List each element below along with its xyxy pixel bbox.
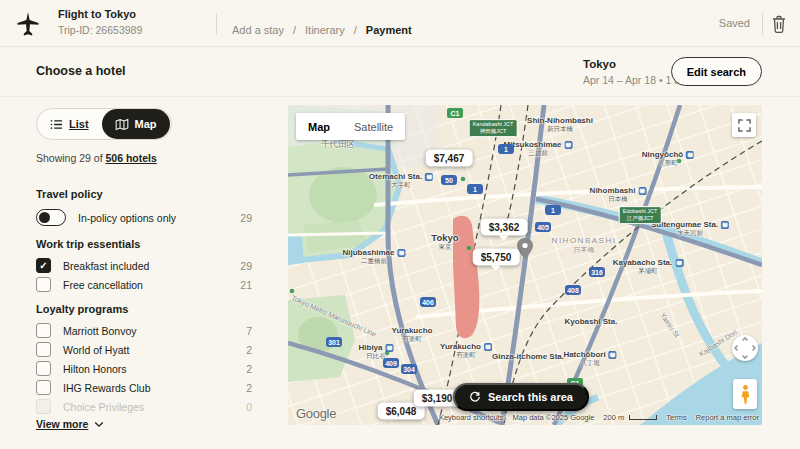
checkbox[interactable] (36, 380, 51, 395)
filter-label: IHG Rewards Club (63, 382, 151, 394)
loyalty-heading: Loyalty programs (36, 303, 128, 315)
list-view-button[interactable]: List (37, 109, 102, 139)
map-view-label: Map (135, 118, 157, 130)
travel-policy-heading: Travel policy (36, 188, 103, 200)
breadcrumb-separator: / (354, 24, 357, 36)
airplane-icon (14, 10, 42, 38)
filter-count: 0 (246, 401, 252, 413)
trip-id: Trip-ID: 26653989 (58, 24, 142, 36)
results-summary: Showing 29 of 506 hotels (36, 152, 157, 164)
scale-text: 200 m (603, 413, 624, 422)
map-container: Chiyoda City千代田区Otemachi Sta.M大手町Shin-Ni… (288, 105, 762, 425)
checkbox (36, 399, 51, 414)
edit-search-button[interactable]: Edit search (671, 57, 762, 86)
divider (216, 13, 217, 35)
hotel-search-page: Flight to Tokyo Trip-ID: 26653989 Add a … (0, 0, 800, 449)
google-logo: Google (296, 406, 336, 421)
search-this-area-label: Search this area (488, 391, 573, 403)
essentials-filter-list: ✓Breakfast included29Free cancellation21 (36, 256, 252, 294)
terms-link[interactable]: Terms (666, 413, 686, 422)
filter-label: World of Hyatt (63, 344, 129, 356)
saved-status: Saved (719, 17, 750, 29)
fullscreen-button[interactable] (732, 113, 756, 137)
fullscreen-icon (738, 119, 751, 132)
filter-label: Choice Privileges (63, 401, 144, 413)
filter-label: Free cancellation (63, 279, 143, 291)
map-type-satellite-button[interactable]: Satellite (342, 113, 405, 140)
checkbox[interactable] (36, 323, 51, 338)
hotel-price-marker[interactable]: $7,467 (426, 150, 473, 167)
loyalty-filter-list: Marriott Bonvoy7World of Hyatt2Hilton Ho… (36, 321, 252, 416)
in-policy-filter-row: In-policy options only 29 (36, 208, 252, 227)
essentials-heading: Work trip essentials (36, 238, 140, 250)
breadcrumb-add-a-stay[interactable]: Add a stay (232, 24, 284, 36)
filter-label: Breakfast included (63, 260, 149, 272)
divider (762, 13, 763, 35)
in-policy-toggle[interactable] (36, 209, 66, 226)
filter-row: Marriott Bonvoy7 (36, 321, 252, 340)
filter-row: World of Hyatt2 (36, 340, 252, 359)
filter-count: 7 (246, 325, 252, 337)
page-title: Choose a hotel (36, 64, 126, 78)
filter-label: Marriott Bonvoy (63, 325, 137, 337)
filter-count: 2 (246, 363, 252, 375)
filter-count: 29 (240, 260, 252, 272)
map-data-text: Map data ©2025 Google (513, 413, 595, 422)
search-this-area-button[interactable]: Search this area (453, 383, 589, 411)
breadcrumb-separator: / (293, 24, 296, 36)
top-bar: Flight to Tokyo Trip-ID: 26653989 Add a … (0, 0, 800, 47)
trip-title: Flight to Tokyo (58, 8, 142, 20)
map-type-control: Map Satellite (296, 113, 405, 140)
filter-row: ✓Breakfast included29 (36, 256, 252, 275)
filter-count: 2 (246, 344, 252, 356)
hotel-price-marker[interactable]: $3,362 (481, 219, 528, 236)
chevron-down-icon (94, 421, 104, 428)
checkbox[interactable] (36, 342, 51, 357)
scale-bar (629, 415, 657, 420)
filter-row: Choice Privileges0 (36, 397, 252, 416)
filter-label: In-policy options only (78, 212, 176, 224)
checkbox[interactable] (36, 277, 51, 292)
filter-row: Free cancellation21 (36, 275, 252, 294)
report-map-error-link[interactable]: Report a map error (696, 413, 759, 422)
checkbox[interactable]: ✓ (36, 258, 51, 273)
trip-info: Flight to Tokyo Trip-ID: 26653989 (58, 8, 142, 36)
results-count-link[interactable]: 506 hotels (105, 152, 156, 164)
view-more-button[interactable]: View more (36, 418, 104, 430)
map-view-button[interactable]: Map (102, 109, 170, 139)
pan-control[interactable] (732, 335, 758, 361)
map-markers-layer: $7,467$3,362$5,750$6,048$3,190 (288, 105, 762, 425)
filter-count: 29 (240, 212, 252, 224)
list-icon (50, 119, 63, 130)
map-icon (115, 118, 129, 131)
keyboard-shortcuts-link[interactable]: Keyboard shortcuts (439, 413, 504, 422)
map-attribution: Keyboard shortcuts Map data ©2025 Google… (439, 413, 759, 422)
breadcrumb-itinerary[interactable]: Itinerary (305, 24, 345, 36)
list-view-label: List (69, 118, 89, 130)
breadcrumb-payment[interactable]: Payment (366, 24, 412, 36)
filter-count: 2 (246, 382, 252, 394)
hotel-price-marker[interactable]: $5,750 (473, 249, 520, 266)
pegman-icon[interactable] (733, 379, 757, 409)
map-type-map-button[interactable]: Map (296, 113, 342, 140)
checkbox[interactable] (36, 361, 51, 376)
view-more-label: View more (36, 418, 88, 430)
refresh-icon (469, 391, 481, 403)
trash-icon[interactable] (770, 14, 788, 34)
filter-row: Hilton Honors2 (36, 359, 252, 378)
breadcrumb: Add a stay / Itinerary / Payment (232, 24, 412, 36)
filter-row: IHG Rewards Club2 (36, 378, 252, 397)
filter-count: 21 (240, 279, 252, 291)
filter-label: Hilton Honors (63, 363, 127, 375)
toggle-knob (39, 212, 50, 223)
view-toggle: List Map (36, 108, 172, 140)
divider (0, 96, 800, 97)
